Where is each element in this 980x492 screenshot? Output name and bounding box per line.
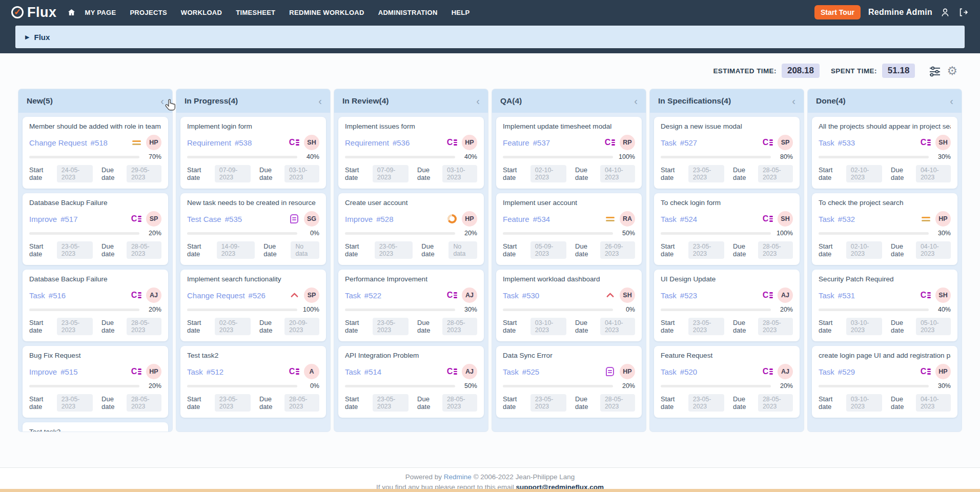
issue-link[interactable]: Task#527 [661,138,697,147]
nav-item-projects[interactable]: PROJECTS [130,9,167,16]
issue-card[interactable]: To check the project search Task#532 HP … [812,193,957,265]
issue-card[interactable]: Bug Fix Request Improve#515 C HP 20% Sta… [23,346,168,418]
issue-link[interactable]: Task#512 [187,367,223,376]
issue-link[interactable]: Test Case#535 [187,215,242,223]
assignee-avatar[interactable]: SP [778,135,793,150]
assignee-avatar[interactable]: HP [620,364,635,379]
issue-card[interactable]: Member should be added with role in team… [23,117,168,189]
issue-link[interactable]: Task#533 [819,138,855,147]
collapse-column-icon[interactable]: ‹ [950,96,953,106]
issue-card[interactable]: Implement search functionality Change Re… [180,270,326,341]
collapse-column-icon[interactable]: ‹ [792,96,795,106]
issue-link[interactable]: Task#514 [345,367,381,376]
assignee-avatar[interactable]: AJ [462,364,477,379]
assignee-avatar[interactable]: HP [935,364,951,379]
start-tour-button[interactable]: Start Tour [814,5,861,19]
collapse-column-icon[interactable]: ‹ [318,96,322,106]
assignee-avatar[interactable]: AJ [146,288,161,303]
issue-card[interactable]: Feature Request Task#520 C AJ 20% Start … [654,346,800,418]
issue-card[interactable]: Test task2 Task#513 C A 0% Start date 23… [23,422,168,432]
issue-link[interactable]: Task#524 [661,215,697,223]
issue-card[interactable]: Implement update timesheet modal Feature… [496,117,642,189]
nav-item-administration[interactable]: ADMINISTRATION [378,9,438,16]
issue-link[interactable]: Task#529 [819,367,855,376]
assignee-avatar[interactable]: SG [304,211,319,227]
nav-item-redmine-workload[interactable]: REDMINE WORKLOAD [289,9,364,16]
assignee-avatar[interactable]: SH [620,288,635,303]
issue-card[interactable]: To check login form Task#524 C SH 100% S… [654,193,800,265]
issue-link[interactable]: Task#530 [503,291,539,300]
assignee-avatar[interactable]: RP [620,135,635,150]
assignee-avatar[interactable]: RA [620,211,635,227]
assignee-avatar[interactable]: SH [935,288,951,303]
home-icon[interactable] [67,8,76,16]
assignee-avatar[interactable]: AJ [778,364,793,379]
nav-item-help[interactable]: HELP [452,9,470,16]
issue-card[interactable]: New task needs to be created in resource… [180,193,326,265]
issue-card[interactable]: Security Patch Required Task#531 C SH 40… [812,270,957,341]
redmine-link[interactable]: Redmine [444,473,472,481]
issue-link[interactable]: Task#520 [661,367,697,376]
issue-link[interactable]: Requirement#536 [345,138,410,147]
nav-item-timesheet[interactable]: TIMESHEET [236,9,275,16]
issue-card[interactable]: Design a new issue modal Task#527 C SP 8… [654,117,800,189]
assignee-avatar[interactable]: SH [304,135,319,150]
issue-link[interactable]: Improve#528 [345,215,394,223]
issue-link[interactable]: Task#523 [661,291,697,300]
issue-card[interactable]: Implement issues form Requirement#536 C … [338,117,484,189]
flux-logo[interactable]: ✓ Flux [11,5,57,20]
assignee-avatar[interactable]: AJ [778,288,793,303]
issue-link[interactable]: Improve#517 [29,215,78,223]
nav-item-workload[interactable]: WORKLOAD [181,9,222,16]
issue-link[interactable]: Change Request#518 [29,138,108,147]
issue-card[interactable]: Data Sync Error Task#525 HP 20% Start da… [496,346,642,418]
issue-link[interactable]: Task#531 [819,291,855,300]
issue-link[interactable]: Change Request#526 [187,291,266,300]
issue-card[interactable]: Implement user account Feature#534 RA 50… [496,193,642,265]
assignee-avatar[interactable]: AJ [462,288,477,303]
settings-gear-icon[interactable]: ⚙ [947,65,957,77]
issue-link[interactable]: Task#525 [503,367,539,376]
issue-id: #535 [225,215,242,223]
assignee-avatar[interactable]: HP [935,211,951,227]
assignee-avatar[interactable]: HP [462,211,477,227]
issue-link[interactable]: Task#532 [819,215,855,223]
issue-link[interactable]: Task#516 [29,291,66,300]
logout-icon[interactable] [958,7,969,17]
issue-card[interactable]: Create user account Improve#528 HP 20% S… [338,193,484,265]
issue-link[interactable]: Improve#515 [29,367,78,376]
issue-card[interactable]: Performance Improvement Task#522 C AJ 30… [338,270,484,341]
assignee-avatar[interactable]: SP [304,288,319,303]
assignee-avatar[interactable]: SP [146,211,161,227]
issue-link[interactable]: Task#522 [345,291,381,300]
ce-icon: C [762,137,773,148]
issue-card[interactable]: All the projects should appear in projec… [812,117,957,189]
issue-card[interactable]: Test task2 Task#512 C A 0% Start date 23… [180,346,326,418]
assignee-avatar[interactable]: HP [146,135,161,150]
issue-card[interactable]: Database Backup Failure Task#516 C AJ 20… [23,270,168,341]
assignee-avatar[interactable]: HP [462,135,477,150]
start-date-label: Start date [661,395,685,411]
issue-card[interactable]: Implement workload dashboard Task#530 SH… [496,270,642,341]
issue-link[interactable]: Feature#537 [503,138,550,147]
assignee-avatar[interactable]: A [304,364,319,379]
nav-item-my-page[interactable]: MY PAGE [85,9,116,16]
issue-link[interactable]: Feature#534 [503,215,550,223]
collapse-column-icon[interactable]: ‹ [476,96,480,106]
filter-sliders-icon[interactable] [928,65,942,77]
assignee-avatar[interactable]: HP [146,364,161,379]
issue-link[interactable]: Requirement#538 [187,138,252,147]
breadcrumb[interactable]: ▶ Flux [15,26,965,48]
collapse-column-icon[interactable]: ‹ [160,96,164,106]
user-icon[interactable] [940,7,950,17]
assignee-avatar[interactable]: SH [935,135,951,150]
issue-card[interactable]: UI Design Update Task#523 C AJ 20% Start… [654,270,800,341]
ce-icon: C [920,366,931,377]
issue-card[interactable]: Implement login form Requirement#538 C S… [180,117,326,189]
issue-card[interactable]: Database Backup Failure Improve#517 C SP… [23,193,168,265]
user-name[interactable]: Redmine Admin [868,8,932,17]
collapse-column-icon[interactable]: ‹ [634,96,638,106]
issue-card[interactable]: create login page UI and add registratio… [812,346,957,418]
assignee-avatar[interactable]: SH [778,211,793,227]
issue-card[interactable]: API Integration Problem Task#514 C AJ 50… [338,346,484,418]
